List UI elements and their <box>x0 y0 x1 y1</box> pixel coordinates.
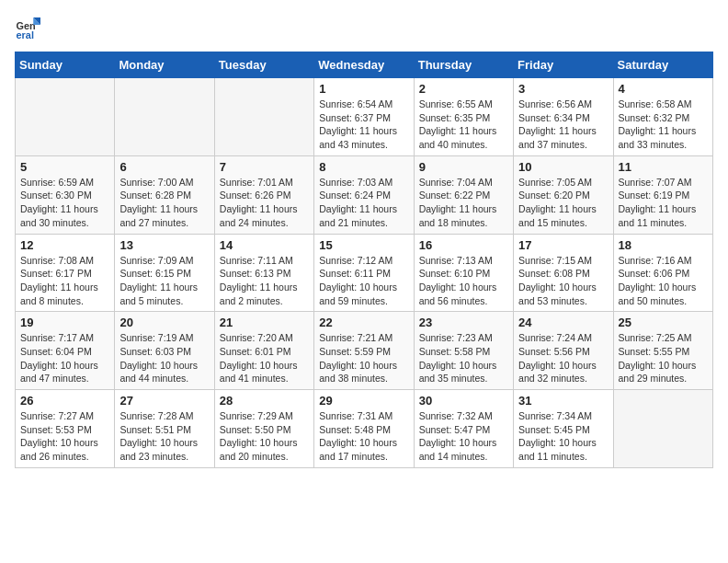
calendar-cell: 29Sunrise: 7:31 AMSunset: 5:48 PMDayligh… <box>314 390 414 468</box>
day-info: Sunrise: 7:07 AMSunset: 6:19 PMDaylight:… <box>619 176 708 230</box>
calendar-cell: 1Sunrise: 6:54 AMSunset: 6:37 PMDaylight… <box>314 78 414 156</box>
day-number: 1 <box>319 82 408 96</box>
day-info: Sunrise: 6:56 AMSunset: 6:34 PMDaylight:… <box>518 98 608 152</box>
calendar-cell: 13Sunrise: 7:09 AMSunset: 6:15 PMDayligh… <box>115 234 214 312</box>
day-number: 20 <box>119 316 209 329</box>
day-number: 13 <box>119 238 209 252</box>
day-number: 19 <box>20 316 109 329</box>
weekday-header: Tuesday <box>214 52 313 78</box>
calendar-cell: 26Sunrise: 7:27 AMSunset: 5:53 PMDayligh… <box>16 390 115 468</box>
day-info: Sunrise: 7:15 AMSunset: 6:08 PMDaylight:… <box>518 254 608 308</box>
calendar-week-row: 1Sunrise: 6:54 AMSunset: 6:37 PMDaylight… <box>16 78 713 156</box>
calendar-cell: 28Sunrise: 7:29 AMSunset: 5:50 PMDayligh… <box>214 390 313 468</box>
calendar-cell: 24Sunrise: 7:24 AMSunset: 5:56 PMDayligh… <box>514 312 613 390</box>
weekday-header: Thursday <box>414 52 513 78</box>
day-number: 18 <box>619 238 708 252</box>
calendar-cell <box>115 78 214 156</box>
day-info: Sunrise: 7:32 AMSunset: 5:47 PMDaylight:… <box>419 409 508 464</box>
calendar-cell: 18Sunrise: 7:16 AMSunset: 6:06 PMDayligh… <box>613 234 712 312</box>
day-number: 6 <box>119 160 209 174</box>
day-info: Sunrise: 7:08 AMSunset: 6:17 PMDaylight:… <box>20 254 109 308</box>
day-info: Sunrise: 7:25 AMSunset: 5:55 PMDaylight:… <box>619 331 708 385</box>
day-info: Sunrise: 7:31 AMSunset: 5:48 PMDaylight:… <box>319 409 408 464</box>
day-info: Sunrise: 7:11 AMSunset: 6:13 PMDaylight:… <box>220 254 309 308</box>
day-number: 9 <box>419 160 508 174</box>
day-info: Sunrise: 7:00 AMSunset: 6:28 PMDaylight:… <box>119 176 209 230</box>
calendar-cell: 15Sunrise: 7:12 AMSunset: 6:11 PMDayligh… <box>314 234 414 312</box>
calendar-cell: 7Sunrise: 7:01 AMSunset: 6:26 PMDaylight… <box>214 155 313 234</box>
weekday-header: Monday <box>115 52 214 78</box>
day-info: Sunrise: 6:59 AMSunset: 6:30 PMDaylight:… <box>20 176 109 230</box>
day-info: Sunrise: 7:23 AMSunset: 5:58 PMDaylight:… <box>419 331 508 385</box>
calendar-week-row: 5Sunrise: 6:59 AMSunset: 6:30 PMDaylight… <box>16 155 713 234</box>
calendar-cell <box>613 390 712 468</box>
weekday-header: Saturday <box>613 52 712 78</box>
day-number: 14 <box>220 238 309 252</box>
day-info: Sunrise: 6:55 AMSunset: 6:35 PMDaylight:… <box>419 98 508 152</box>
logo: Gen eral <box>15 15 44 40</box>
logo-icon: Gen eral <box>15 15 40 40</box>
calendar-table: SundayMondayTuesdayWednesdayThursdayFrid… <box>15 52 713 468</box>
calendar-cell: 17Sunrise: 7:15 AMSunset: 6:08 PMDayligh… <box>514 234 613 312</box>
day-number: 4 <box>619 82 708 96</box>
calendar-cell: 11Sunrise: 7:07 AMSunset: 6:19 PMDayligh… <box>613 155 712 234</box>
weekday-header: Sunday <box>16 52 115 78</box>
day-number: 3 <box>518 82 608 96</box>
calendar-week-row: 12Sunrise: 7:08 AMSunset: 6:17 PMDayligh… <box>16 234 713 312</box>
calendar-cell: 30Sunrise: 7:32 AMSunset: 5:47 PMDayligh… <box>414 390 513 468</box>
calendar-cell: 4Sunrise: 6:58 AMSunset: 6:32 PMDaylight… <box>613 78 712 156</box>
day-info: Sunrise: 7:04 AMSunset: 6:22 PMDaylight:… <box>419 176 508 230</box>
calendar-cell: 10Sunrise: 7:05 AMSunset: 6:20 PMDayligh… <box>514 155 613 234</box>
day-info: Sunrise: 7:27 AMSunset: 5:53 PMDaylight:… <box>20 409 109 464</box>
day-number: 31 <box>518 394 608 408</box>
day-number: 17 <box>518 238 608 252</box>
day-number: 16 <box>419 238 508 252</box>
day-info: Sunrise: 7:01 AMSunset: 6:26 PMDaylight:… <box>220 176 309 230</box>
day-number: 5 <box>20 160 109 174</box>
calendar-cell: 14Sunrise: 7:11 AMSunset: 6:13 PMDayligh… <box>214 234 313 312</box>
calendar-cell: 8Sunrise: 7:03 AMSunset: 6:24 PMDaylight… <box>314 155 414 234</box>
calendar-cell: 3Sunrise: 6:56 AMSunset: 6:34 PMDaylight… <box>514 78 613 156</box>
day-number: 11 <box>619 160 708 174</box>
day-info: Sunrise: 6:58 AMSunset: 6:32 PMDaylight:… <box>619 98 708 152</box>
day-number: 22 <box>319 316 408 329</box>
day-info: Sunrise: 7:03 AMSunset: 6:24 PMDaylight:… <box>319 176 408 230</box>
day-number: 8 <box>319 160 408 174</box>
calendar-cell: 19Sunrise: 7:17 AMSunset: 6:04 PMDayligh… <box>16 312 115 390</box>
day-number: 24 <box>518 316 608 329</box>
calendar-cell: 25Sunrise: 7:25 AMSunset: 5:55 PMDayligh… <box>613 312 712 390</box>
day-info: Sunrise: 7:19 AMSunset: 6:03 PMDaylight:… <box>119 331 209 385</box>
day-number: 27 <box>119 394 209 408</box>
day-info: Sunrise: 7:34 AMSunset: 5:45 PMDaylight:… <box>518 409 608 464</box>
day-info: Sunrise: 7:29 AMSunset: 5:50 PMDaylight:… <box>220 409 309 464</box>
day-info: Sunrise: 7:17 AMSunset: 6:04 PMDaylight:… <box>20 331 109 385</box>
calendar-cell: 12Sunrise: 7:08 AMSunset: 6:17 PMDayligh… <box>16 234 115 312</box>
weekday-header: Friday <box>514 52 613 78</box>
svg-text:eral: eral <box>17 29 34 40</box>
calendar-cell: 5Sunrise: 6:59 AMSunset: 6:30 PMDaylight… <box>16 155 115 234</box>
calendar-cell: 16Sunrise: 7:13 AMSunset: 6:10 PMDayligh… <box>414 234 513 312</box>
day-info: Sunrise: 7:20 AMSunset: 6:01 PMDaylight:… <box>220 331 309 385</box>
day-info: Sunrise: 7:24 AMSunset: 5:56 PMDaylight:… <box>518 331 608 385</box>
day-number: 10 <box>518 160 608 174</box>
day-number: 28 <box>220 394 309 408</box>
day-info: Sunrise: 7:16 AMSunset: 6:06 PMDaylight:… <box>619 254 708 308</box>
weekday-header: Wednesday <box>314 52 414 78</box>
calendar-week-row: 26Sunrise: 7:27 AMSunset: 5:53 PMDayligh… <box>16 390 713 468</box>
day-number: 23 <box>419 316 508 329</box>
day-number: 12 <box>20 238 109 252</box>
calendar-cell <box>214 78 313 156</box>
calendar-cell: 2Sunrise: 6:55 AMSunset: 6:35 PMDaylight… <box>414 78 513 156</box>
weekday-header-row: SundayMondayTuesdayWednesdayThursdayFrid… <box>16 52 713 78</box>
day-info: Sunrise: 7:09 AMSunset: 6:15 PMDaylight:… <box>119 254 209 308</box>
day-number: 26 <box>20 394 109 408</box>
day-number: 30 <box>419 394 508 408</box>
calendar-cell: 22Sunrise: 7:21 AMSunset: 5:59 PMDayligh… <box>314 312 414 390</box>
calendar-cell: 6Sunrise: 7:00 AMSunset: 6:28 PMDaylight… <box>115 155 214 234</box>
day-number: 29 <box>319 394 408 408</box>
day-number: 2 <box>419 82 508 96</box>
calendar-week-row: 19Sunrise: 7:17 AMSunset: 6:04 PMDayligh… <box>16 312 713 390</box>
day-info: Sunrise: 7:21 AMSunset: 5:59 PMDaylight:… <box>319 331 408 385</box>
day-info: Sunrise: 7:05 AMSunset: 6:20 PMDaylight:… <box>518 176 608 230</box>
calendar-cell: 27Sunrise: 7:28 AMSunset: 5:51 PMDayligh… <box>115 390 214 468</box>
